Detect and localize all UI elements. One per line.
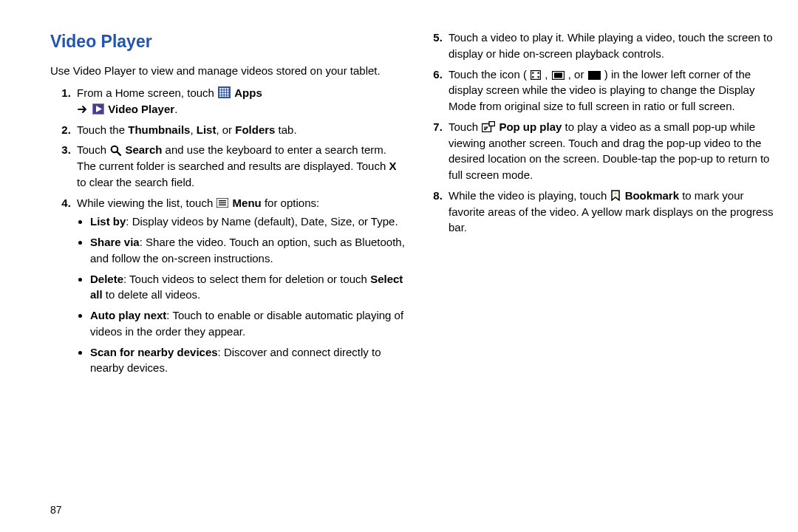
- pop-up-play-icon: [482, 121, 495, 132]
- svg-rect-3: [225, 88, 226, 89]
- apps-label: Apps: [234, 86, 262, 99]
- list-by-label: List by: [90, 215, 126, 228]
- svg-rect-9: [219, 93, 221, 95]
- bullet-delete: Delete: Touch videos to select them for …: [90, 271, 406, 304]
- svg-rect-26: [531, 70, 541, 79]
- share-via-label: Share via: [90, 236, 140, 248]
- svg-rect-6: [222, 90, 223, 92]
- svg-rect-4: [227, 88, 228, 89]
- right-column: Touch a video to play it. While playing …: [422, 30, 777, 532]
- search-icon: [110, 145, 121, 156]
- step-1-period: .: [174, 103, 177, 115]
- svg-rect-13: [219, 95, 221, 97]
- video-player-label: Video Player: [108, 103, 174, 115]
- bullet-auto-play: Auto play next: Touch to enable or disab…: [90, 307, 406, 340]
- step-6: Touch the icon ( , , or: [446, 66, 777, 115]
- svg-rect-2: [222, 88, 223, 89]
- step-1-text-a: From a Home screen, touch: [77, 86, 217, 99]
- arrow-right-icon: [78, 105, 88, 114]
- menu-label: Menu: [233, 197, 262, 209]
- svg-rect-28: [554, 72, 562, 78]
- thumbnails-label: Thumbnails: [128, 123, 190, 136]
- bullet-list-by: List by: Display videos by Name (default…: [90, 214, 406, 230]
- steps-list-left: From a Home screen, touch Apps: [50, 85, 406, 376]
- scan-nearby-label: Scan for nearby devices: [90, 346, 218, 358]
- step-3-a: Touch: [77, 143, 109, 156]
- menu-options-list: List by: Display videos by Name (default…: [77, 214, 406, 376]
- svg-rect-29: [588, 71, 601, 80]
- step-3: Touch Search and use the keyboard to ent…: [74, 142, 406, 190]
- step-7-b: to play a video as a small pop-up while …: [449, 120, 769, 181]
- folders-label: Folders: [235, 123, 275, 136]
- step-7-a: Touch: [449, 120, 481, 133]
- step-2: Touch the Thumbnails, List, or Folders t…: [74, 122, 406, 138]
- svg-rect-31: [489, 121, 495, 126]
- x-label: X: [389, 160, 396, 172]
- step-6-a: Touch the icon (: [449, 68, 527, 81]
- svg-rect-16: [227, 95, 228, 97]
- menu-icon: [216, 198, 228, 208]
- step-2-d: tab.: [275, 123, 296, 136]
- page-number: 87: [50, 502, 62, 517]
- bullet-share-via: Share via: Share the video. Touch an opt…: [90, 234, 406, 267]
- step-3-b: and use the keyboard to enter a search t…: [77, 143, 389, 172]
- bookmark-label: Bookmark: [625, 189, 679, 202]
- step-8-a: While the video is playing, touch: [449, 189, 610, 202]
- step-1: From a Home screen, touch Apps: [74, 85, 406, 117]
- step-8: While the video is playing, touch Bookma…: [446, 188, 777, 236]
- auto-play-label: Auto play next: [90, 309, 166, 321]
- svg-rect-14: [222, 95, 223, 97]
- pop-up-play-label: Pop up play: [499, 120, 562, 133]
- step-2-a: Touch the: [77, 123, 128, 136]
- step-4-b: for options:: [265, 197, 319, 209]
- svg-point-32: [615, 192, 617, 194]
- delete-text-a: : Touch videos to select them for deleti…: [123, 273, 370, 285]
- search-label: Search: [125, 143, 162, 156]
- left-column: Video Player Use Video Player to view an…: [50, 30, 406, 532]
- step-7: Touch Pop up play to play a video as a s…: [446, 119, 777, 183]
- svg-rect-7: [225, 90, 226, 92]
- display-wide-icon: [552, 71, 565, 80]
- display-full-icon: [588, 71, 601, 80]
- svg-rect-5: [219, 90, 221, 92]
- list-by-text: : Display videos by Name (default), Date…: [126, 215, 398, 228]
- apps-icon: [218, 86, 231, 98]
- svg-rect-1: [219, 88, 221, 89]
- step-5: Touch a video to play it. While playing …: [446, 30, 777, 62]
- display-ratio-icon: [531, 70, 541, 80]
- svg-rect-12: [227, 93, 228, 95]
- step-3-c: to clear the search field.: [77, 176, 194, 188]
- delete-text-b: to delete all videos.: [103, 288, 201, 301]
- delete-label: Delete: [90, 273, 123, 285]
- step-4-a: While viewing the list, touch: [77, 197, 216, 209]
- bookmark-icon: [610, 190, 621, 201]
- section-title: Video Player: [50, 30, 406, 54]
- step-6-b: ,: [545, 68, 550, 81]
- intro-paragraph: Use Video Player to view and manage vide…: [50, 63, 406, 79]
- step-2-c: , or: [216, 123, 235, 136]
- svg-rect-10: [222, 93, 223, 95]
- step-4: While viewing the list, touch Menu for o…: [74, 195, 406, 377]
- manual-page: Video Player Use Video Player to view an…: [0, 0, 798, 532]
- video-player-icon: [92, 103, 104, 115]
- svg-rect-11: [225, 93, 226, 95]
- steps-list-right: Touch a video to play it. While playing …: [422, 30, 777, 236]
- step-6-c: , or: [568, 68, 587, 81]
- list-label: List: [197, 123, 216, 136]
- step-2-b: ,: [190, 123, 196, 136]
- bullet-scan-nearby: Scan for nearby devices: Discover and co…: [90, 344, 406, 377]
- svg-line-21: [117, 152, 120, 156]
- svg-rect-8: [227, 90, 228, 92]
- svg-rect-15: [225, 95, 226, 97]
